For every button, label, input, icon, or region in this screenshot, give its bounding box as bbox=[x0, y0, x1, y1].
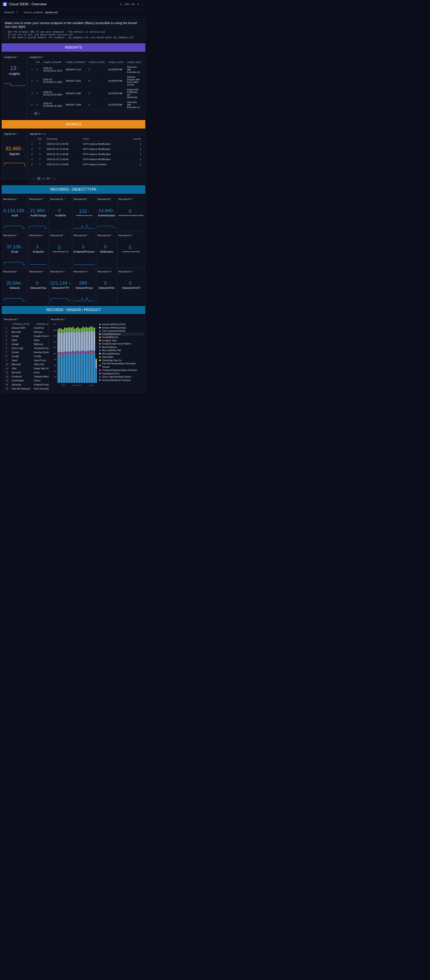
svg-rect-91 bbox=[79, 351, 80, 353]
legend-item[interactable]: Google|BigQuery bbox=[99, 336, 143, 339]
page-number[interactable]: 2 bbox=[38, 112, 41, 115]
external-link-icon[interactable]: ⇱ bbox=[39, 163, 41, 165]
first-page-icon[interactable]: « bbox=[31, 177, 33, 180]
record-card[interactable]: Records for * 14,940↓ Authentication bbox=[96, 196, 117, 232]
legend-item[interactable]: Sumo Logic|Scheduled Search bbox=[99, 375, 143, 379]
page-current[interactable]: 1 bbox=[37, 177, 41, 180]
legend-item[interactable]: Nginx|Nginx bbox=[99, 355, 143, 359]
more-icon[interactable]: ⋮ bbox=[141, 3, 144, 6]
record-card[interactable]: Records for * 0↓ NetworkDNS bbox=[96, 268, 117, 304]
column-header[interactable]: insight_name bbox=[125, 60, 143, 65]
next-page-icon[interactable]: › bbox=[43, 112, 44, 115]
table-row[interactable]: 1⇱2025-02-10T00:26:07.447ZINSIGHT-11151A… bbox=[30, 65, 143, 75]
legend-dot-icon bbox=[99, 336, 101, 338]
external-link-icon[interactable]: ⇱ bbox=[36, 68, 38, 71]
legend-item[interactable]: Microsoft|Windows bbox=[99, 352, 143, 356]
record-card[interactable]: Records for * 3↓ EndpointProcess bbox=[72, 232, 96, 268]
svg-rect-33 bbox=[59, 328, 60, 332]
table-row[interactable]: 5⇱2025-02-10 11:44:05GCP Instance Deleti… bbox=[30, 162, 143, 167]
column-header[interactable]: link bbox=[35, 137, 45, 142]
legend-item[interactable]: Amazon AWS|CloudTrail bbox=[99, 323, 143, 326]
record-card[interactable]: Records for * 0↓ NetworkFlow bbox=[28, 268, 49, 304]
banner-insights: INSIGHTS bbox=[2, 43, 145, 52]
legend-item[interactable]: Symantec|Endpoint Protection bbox=[99, 379, 143, 382]
record-label: AuditFile bbox=[55, 214, 66, 217]
external-link-icon[interactable]: ⇱ bbox=[39, 142, 41, 145]
filter-keyword[interactable]: Keyword * bbox=[4, 11, 17, 14]
table-row[interactable]: 2⇱2025-02-02T04:09:11.520ZINSIGHT-10613A… bbox=[30, 75, 143, 87]
chart-legend: Amazon AWS|CloudTrailAmazon AWS|GuardDut… bbox=[99, 323, 143, 387]
sparkline bbox=[119, 261, 144, 266]
record-card[interactable]: Records for * 268↓ NetworkProxy bbox=[72, 268, 96, 304]
svg-rect-76 bbox=[74, 352, 75, 353]
page-number[interactable]: 1 bbox=[34, 112, 38, 115]
svg-rect-134 bbox=[94, 353, 95, 383]
legend-item[interactable]: Cisco Systems|Umbrella bbox=[99, 329, 143, 333]
svg-rect-102 bbox=[82, 331, 84, 350]
svg-rect-62 bbox=[69, 332, 70, 352]
banner-records-vendor: RECORDS - VENDOR / PRODUCT bbox=[2, 306, 145, 314]
legend-item[interactable]: Squid|Squid Proxy bbox=[99, 372, 143, 375]
external-link-icon[interactable]: ⇱ bbox=[39, 153, 41, 155]
record-label: NetworkDHCP bbox=[122, 286, 140, 290]
record-card[interactable]: Records for * 221,134↘ NetworkHTTP bbox=[49, 268, 72, 304]
record-card[interactable]: Records for * 0↓ Notification bbox=[96, 232, 117, 268]
legend-item[interactable]: Google|Google Cloud Platform bbox=[99, 342, 143, 345]
filter-endpoint[interactable]: service_endpoint service.us2 bbox=[24, 11, 58, 14]
table-row[interactable]: 2⇱2025-02-10 11:44:06GCP Instance Modifi… bbox=[30, 146, 143, 151]
svg-rect-68 bbox=[71, 328, 72, 332]
external-link-icon[interactable]: ⇱ bbox=[39, 158, 41, 160]
column-header[interactable]: insight_createdAt bbox=[41, 60, 64, 65]
external-link-icon[interactable]: ⇱ bbox=[39, 148, 41, 150]
last-page-icon[interactable]: » bbox=[54, 177, 56, 180]
legend-item[interactable]: Microsoft|Office 365 bbox=[99, 349, 143, 352]
refresh-icon[interactable]: ⟳▾ bbox=[131, 3, 135, 6]
legend-item[interactable]: Amazon AWS|GuardDuty bbox=[99, 326, 143, 329]
column-header[interactable]: name bbox=[81, 137, 126, 142]
record-card[interactable]: Records for * 4,133,150↓ Audit bbox=[2, 196, 28, 232]
trend-icon: ↓ bbox=[25, 209, 26, 213]
record-card[interactable]: Records for * 132↓ AuditResourceAccess bbox=[72, 196, 96, 232]
record-card[interactable]: Records for * 3↓ Endpoint bbox=[28, 232, 49, 268]
external-link-icon[interactable]: ⇱ bbox=[36, 80, 38, 82]
record-card[interactable]: Records for * 0↓ AuditFile bbox=[49, 196, 72, 232]
table-row[interactable]: 1⇱2025-02-10 11:44:06GCP Instance Modifi… bbox=[30, 142, 143, 146]
table-row[interactable]: 3⇱2025-02-10 11:44:06GCP Instance Modifi… bbox=[30, 151, 143, 157]
legend-item[interactable]: Proofpoint|Targeted Attack Protection bbox=[99, 369, 143, 372]
column-header[interactable]: timestamp bbox=[45, 137, 81, 142]
column-header[interactable]: link bbox=[34, 60, 41, 65]
legend-item[interactable]: Palo Alto Networks|Next Generation Firew… bbox=[99, 362, 143, 369]
record-card[interactable]: Records for * 20,944↓ Network bbox=[2, 268, 28, 304]
svg-rect-126 bbox=[90, 350, 92, 352]
time-range[interactable]: -24h bbox=[124, 3, 129, 6]
prev-page-icon[interactable]: ‹ bbox=[34, 177, 35, 180]
column-header[interactable]: insight_source bbox=[106, 60, 125, 65]
legend-item[interactable]: Google|G Suite bbox=[99, 339, 143, 342]
record-card[interactable]: Records for * 0↓ AuthenticationPrivilege… bbox=[117, 196, 145, 232]
record-card[interactable]: Records for * 0↓ NetworkDHCP bbox=[117, 268, 145, 304]
column-header[interactable]: insight_readableId bbox=[64, 60, 87, 65]
table-row[interactable]: 4⇱2025-02-02T00:08:33.590ZINSIGHT-10581A… bbox=[30, 100, 143, 110]
sparkline bbox=[119, 297, 144, 302]
next-page-icon[interactable]: › bbox=[52, 177, 52, 180]
column-header[interactable]: severity bbox=[126, 137, 143, 142]
svg-rect-105 bbox=[84, 353, 85, 354]
table-row[interactable]: 4⇱2025-02-10 11:44:06GCP Instance Modifi… bbox=[30, 157, 143, 162]
record-card[interactable]: Records for * 37,106↓ Email bbox=[2, 232, 28, 268]
record-card[interactable]: Records for * 0↓ NotificationVulnerabili… bbox=[117, 232, 145, 268]
funnel-icon[interactable]: ▼ bbox=[137, 3, 140, 6]
legend-item[interactable]: Microsoft|Azure bbox=[99, 345, 143, 349]
record-card[interactable]: Records for * 21,984↓ AuditChange bbox=[28, 196, 49, 232]
svg-rect-30 bbox=[59, 354, 60, 355]
table-row[interactable]: 3⇱2025-02-02T03:16:24.846ZINSIGHT-10601A… bbox=[30, 87, 143, 100]
record-card-title: Records for * bbox=[74, 234, 95, 237]
column-header[interactable]: insight_severity bbox=[87, 60, 106, 65]
external-link-icon[interactable]: ⇱ bbox=[36, 92, 38, 95]
legend-item[interactable]: Okta|Single Sign-On bbox=[99, 359, 143, 362]
external-link-icon[interactable]: ⇱ bbox=[36, 103, 38, 106]
prev-page-icon[interactable]: ‹ bbox=[31, 112, 32, 115]
record-value: 0↓ bbox=[129, 208, 133, 214]
record-card[interactable]: Records for * 0↓ EndpointModuleLoad bbox=[49, 232, 72, 268]
legend-item[interactable]: CrowdStrike|Falcon bbox=[98, 332, 144, 336]
svg-rect-116 bbox=[87, 351, 89, 353]
